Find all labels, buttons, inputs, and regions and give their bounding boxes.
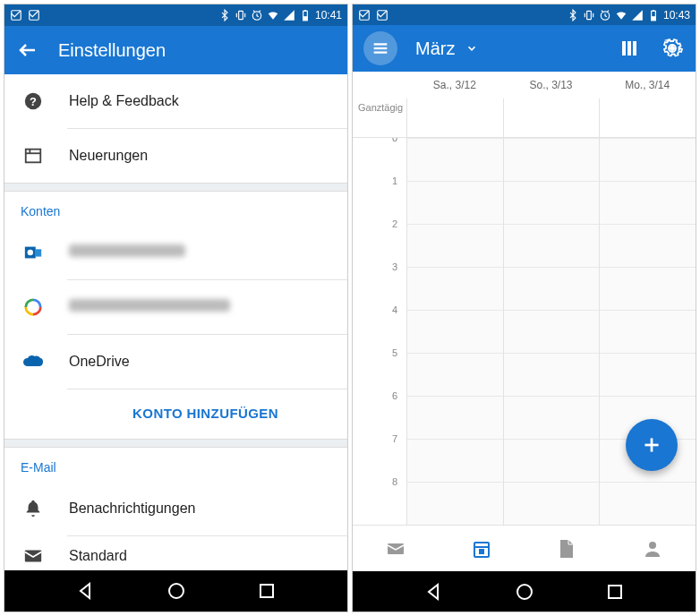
day-header-row: Sa., 3/12 So., 3/13 Mo., 3/14	[353, 72, 696, 98]
day-header[interactable]: Mo., 3/14	[599, 72, 696, 98]
nav-mail[interactable]	[384, 537, 407, 560]
nav-files[interactable]	[555, 537, 578, 560]
outlook-icon	[23, 243, 43, 262]
svg-rect-15	[36, 249, 41, 256]
battery-icon	[647, 9, 660, 21]
wifi-icon	[267, 9, 279, 21]
back-button[interactable]	[15, 38, 40, 63]
row-standard[interactable]: Standard	[4, 536, 347, 570]
calendar-app-bar: März	[353, 25, 696, 72]
gear-icon	[662, 38, 683, 59]
notification-icon	[358, 9, 371, 21]
svg-text:?: ?	[30, 95, 37, 108]
svg-rect-45	[480, 550, 483, 553]
day-header[interactable]: Sa., 3/12	[406, 72, 503, 98]
nav-back-icon[interactable]	[74, 580, 96, 602]
svg-point-22	[169, 584, 184, 598]
nav-calendar[interactable]	[470, 537, 493, 560]
nav-recent-icon[interactable]	[256, 580, 277, 602]
page-title: Einstellungen	[58, 40, 166, 61]
add-account-button[interactable]: KONTO HINZUFÜGEN	[4, 389, 347, 439]
status-time: 10:41	[315, 9, 342, 21]
status-bar: 10:43	[353, 4, 696, 25]
nav-back-icon[interactable]	[423, 581, 444, 603]
phone-calendar: 10:43 März Sa., 3/12 So., 3/13 Mo., 3/14…	[352, 4, 696, 612]
svg-rect-26	[587, 11, 592, 19]
news-icon	[23, 146, 43, 166]
vibrate-icon	[583, 9, 595, 21]
android-nav-bar	[353, 571, 696, 612]
row-label: Neuerungen	[69, 148, 148, 164]
svg-rect-8	[304, 10, 306, 11]
svg-rect-32	[653, 10, 654, 11]
hour-label: 7	[353, 433, 406, 476]
hour-gutter: 0 1 2 3 4 5 6 7 8	[353, 138, 406, 525]
nav-recent-icon[interactable]	[604, 581, 626, 603]
row-notifications[interactable]: Benachrichtigungen	[4, 482, 347, 535]
day-header[interactable]: So., 3/13	[503, 72, 600, 98]
row-label: OneDrive	[69, 354, 130, 370]
wifi-icon	[615, 9, 627, 21]
svg-rect-48	[609, 586, 621, 598]
svg-rect-23	[260, 585, 273, 597]
notification-icon	[376, 9, 388, 21]
add-account-label: KONTO HINZUFÜGEN	[132, 406, 278, 421]
section-divider	[4, 183, 347, 192]
svg-rect-36	[622, 41, 626, 56]
allday-cell[interactable]	[503, 98, 600, 137]
menu-button[interactable]	[363, 31, 397, 65]
row-account-google[interactable]	[4, 280, 347, 334]
hour-label: 8	[353, 476, 406, 519]
nav-people[interactable]	[641, 537, 664, 560]
svg-rect-11	[26, 150, 41, 163]
android-nav-bar	[4, 570, 347, 612]
day-column[interactable]	[406, 138, 503, 525]
svg-rect-31	[652, 16, 656, 21]
hour-label: 3	[353, 261, 406, 304]
section-header-email: E-Mail	[4, 448, 347, 482]
day-column[interactable]	[503, 138, 600, 525]
status-time: 10:43	[663, 9, 690, 21]
google-icon	[23, 297, 43, 317]
hour-label: 6	[353, 390, 406, 433]
svg-rect-38	[633, 41, 636, 56]
nav-home-icon[interactable]	[514, 581, 535, 603]
row-help-feedback[interactable]: ? Help & Feedback	[4, 74, 347, 128]
bluetooth-icon	[218, 9, 231, 21]
allday-cell[interactable]	[599, 98, 696, 137]
row-account-outlook[interactable]	[4, 226, 347, 279]
alarm-icon	[251, 9, 263, 21]
row-label: Standard	[69, 548, 127, 564]
settings-content: ? Help & Feedback Neuerungen Konten	[4, 74, 347, 570]
hour-label: 0	[353, 138, 406, 175]
mail-icon	[385, 538, 406, 560]
allday-row: Ganztägig	[353, 98, 696, 138]
nav-home-icon[interactable]	[166, 580, 187, 602]
alarm-icon	[599, 9, 611, 21]
phone-settings: 10:41 Einstellungen ? Help & Feedback Ne…	[4, 4, 348, 612]
bluetooth-icon	[567, 9, 579, 21]
hamburger-icon	[371, 38, 390, 58]
row-label: Benachrichtigungen	[69, 500, 195, 517]
chevron-down-icon	[465, 42, 478, 55]
view-switch-button[interactable]	[617, 36, 642, 61]
allday-label: Ganztägig	[353, 98, 406, 137]
settings-button[interactable]	[660, 36, 685, 61]
app-bar: Einstellungen	[4, 26, 347, 74]
svg-point-47	[517, 585, 532, 599]
hour-label: 4	[353, 304, 406, 347]
signal-icon	[283, 9, 295, 21]
row-neuerungen[interactable]: Neuerungen	[4, 129, 347, 183]
row-label: Help & Feedback	[69, 93, 179, 109]
bell-icon	[23, 499, 43, 518]
notification-icon	[28, 9, 40, 21]
row-account-onedrive[interactable]: OneDrive	[4, 335, 347, 389]
signal-icon	[631, 9, 644, 21]
help-icon: ?	[23, 91, 43, 111]
svg-rect-37	[627, 41, 631, 56]
month-selector[interactable]: März	[415, 38, 478, 59]
columns-icon	[619, 38, 640, 59]
allday-cell[interactable]	[406, 98, 503, 137]
status-bar: 10:41	[4, 4, 347, 26]
battery-icon	[299, 9, 312, 21]
